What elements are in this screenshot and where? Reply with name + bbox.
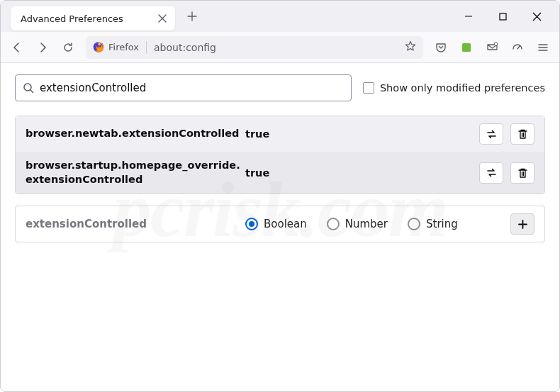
reload-button[interactable] xyxy=(56,36,80,59)
radio-number[interactable]: Number xyxy=(327,218,388,230)
svg-rect-2 xyxy=(462,43,471,52)
table-row: browser.newtab.extensionControlled true xyxy=(16,116,544,152)
new-pref-name: extensionControlled xyxy=(26,218,245,230)
pref-value: true xyxy=(245,167,479,179)
extension-icon[interactable] xyxy=(454,36,478,59)
url-text: about:config xyxy=(154,42,216,53)
radio-string[interactable]: String xyxy=(408,218,458,230)
toggle-button[interactable] xyxy=(479,162,503,184)
pref-actions xyxy=(479,123,534,145)
radio-boolean[interactable]: Boolean xyxy=(245,218,307,230)
pref-actions xyxy=(479,162,534,184)
radio-icon xyxy=(245,218,258,230)
maximize-button[interactable] xyxy=(487,6,518,27)
add-button[interactable] xyxy=(510,213,534,235)
dashboard-icon[interactable] xyxy=(505,36,530,59)
window-controls xyxy=(453,6,552,27)
search-input[interactable] xyxy=(40,82,344,94)
content-area: Show only modified preferences browser.n… xyxy=(1,63,559,254)
tab-title: Advanced Preferences xyxy=(21,13,157,24)
navigation-toolbar: Firefox about:config xyxy=(1,32,559,63)
checkbox-icon xyxy=(363,82,374,94)
pref-name: browser.startup.homepage_override.extens… xyxy=(26,159,245,186)
svg-point-3 xyxy=(494,43,498,46)
search-icon xyxy=(23,82,34,94)
radio-icon xyxy=(327,218,340,230)
titlebar: Advanced Preferences xyxy=(1,1,559,32)
search-container[interactable] xyxy=(15,74,352,101)
table-row: browser.startup.homepage_override.extens… xyxy=(16,152,544,194)
separator xyxy=(146,41,147,54)
checkbox-label: Show only modified preferences xyxy=(380,82,545,94)
delete-button[interactable] xyxy=(510,162,534,184)
forward-button[interactable] xyxy=(30,36,55,59)
pocket-icon[interactable] xyxy=(429,36,453,59)
pref-name: browser.newtab.extensionControlled xyxy=(26,127,245,141)
type-radio-group: Boolean Number String xyxy=(245,218,510,230)
add-pref-row: extensionControlled Boolean Number Strin… xyxy=(15,206,545,242)
preference-table: browser.newtab.extensionControlled true … xyxy=(15,116,545,194)
close-tab-icon[interactable] xyxy=(157,13,168,24)
brand-label: Firefox xyxy=(108,42,139,52)
delete-button[interactable] xyxy=(510,123,534,145)
bookmark-star-icon[interactable] xyxy=(405,40,416,55)
toggle-button[interactable] xyxy=(479,123,503,145)
back-button[interactable] xyxy=(5,36,29,59)
pref-value: true xyxy=(245,128,479,140)
firefox-icon xyxy=(93,42,104,53)
new-tab-button[interactable] xyxy=(181,5,203,28)
close-window-button[interactable] xyxy=(521,6,552,27)
search-row: Show only modified preferences xyxy=(15,74,545,101)
menu-button[interactable] xyxy=(531,36,555,59)
radio-label: String xyxy=(426,218,458,230)
browser-tab[interactable]: Advanced Preferences xyxy=(11,6,175,30)
show-modified-checkbox[interactable]: Show only modified preferences xyxy=(363,82,545,94)
radio-label: Number xyxy=(345,218,388,230)
minimize-button[interactable] xyxy=(453,6,484,27)
address-bar[interactable]: Firefox about:config xyxy=(86,36,423,59)
radio-label: Boolean xyxy=(264,218,307,230)
svg-rect-0 xyxy=(500,13,506,20)
mail-icon[interactable] xyxy=(480,36,504,59)
radio-icon xyxy=(408,218,420,230)
